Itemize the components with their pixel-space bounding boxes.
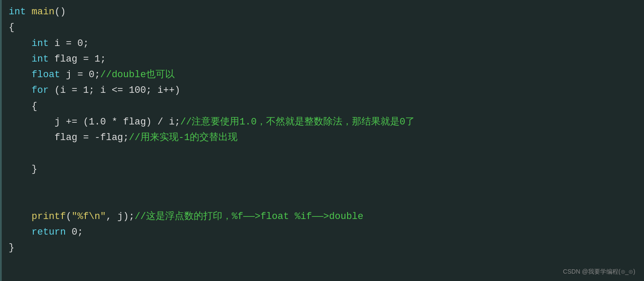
token: int xyxy=(9,4,26,20)
code-line xyxy=(9,177,644,193)
token: ( xyxy=(66,209,72,225)
token: main xyxy=(32,4,55,20)
token: //double也可以 xyxy=(100,67,175,83)
code-line: { xyxy=(9,99,644,114)
token: float xyxy=(32,67,60,83)
token: int xyxy=(32,36,49,52)
code-line: } xyxy=(9,162,644,177)
watermark: CSDN @我要学编程(⊙_⊙) xyxy=(563,268,635,276)
token: //用来实现-1的交替出现 xyxy=(129,130,237,146)
code-line: flag = -flag;//用来实现-1的交替出现 xyxy=(9,130,644,146)
code-line: j += (1.0 * flag) / i;//注意要使用1.0，不然就是整数除… xyxy=(9,114,644,130)
code-line: float j = 0;//double也可以 xyxy=(9,67,644,83)
code-line: int flag = 1; xyxy=(9,52,644,67)
code-line: { xyxy=(9,20,644,36)
token: { xyxy=(9,20,14,36)
token: } xyxy=(9,240,14,256)
token xyxy=(26,4,32,20)
code-line: } xyxy=(9,240,644,256)
token: return xyxy=(32,225,66,240)
token: for xyxy=(32,83,49,98)
code-line: int main() xyxy=(9,4,644,20)
token: j += (1.0 * flag) / i; xyxy=(55,114,180,130)
token: , j); xyxy=(106,209,134,225)
code-block: int main(){ int i = 0; int flag = 1; flo… xyxy=(9,4,644,256)
token: j = 0; xyxy=(60,67,100,83)
code-line xyxy=(9,193,644,209)
token: " xyxy=(72,209,77,225)
token: //注意要使用1.0，不然就是整数除法，那结果就是0了 xyxy=(180,114,415,130)
token: i = 0; xyxy=(49,36,88,52)
left-border xyxy=(0,0,2,281)
token: () xyxy=(55,4,66,20)
token: { xyxy=(32,99,37,114)
code-line: int i = 0; xyxy=(9,36,644,52)
token: } xyxy=(32,162,37,177)
token: printf xyxy=(32,209,66,225)
code-line: printf("%f\n", j);//这是浮点数的打印，%f——>float … xyxy=(9,209,644,225)
token: %f\n" xyxy=(77,209,106,225)
token: //这是浮点数的打印，%f——>float %if——>double xyxy=(134,209,363,225)
code-line xyxy=(9,146,644,162)
code-line: for (i = 1; i <= 100; i++) xyxy=(9,83,644,98)
token: (i = 1; i <= 100; i++) xyxy=(49,83,180,98)
code-editor: int main(){ int i = 0; int flag = 1; flo… xyxy=(0,0,644,281)
token: int xyxy=(32,52,49,67)
token: 0; xyxy=(66,225,83,240)
token: flag = -flag; xyxy=(55,130,129,146)
code-line: return 0; xyxy=(9,225,644,240)
token: flag = 1; xyxy=(49,52,106,67)
